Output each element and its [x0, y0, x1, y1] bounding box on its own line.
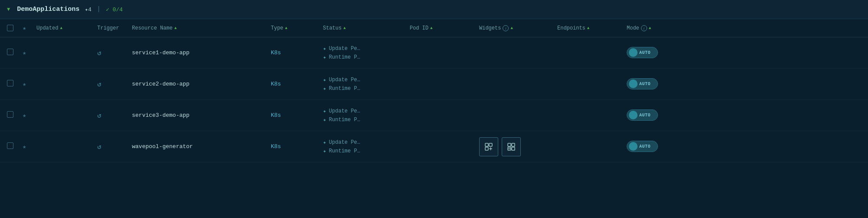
resource-name-sort-icon: ▲: [174, 26, 177, 30]
endpoints-sort-icon: ▲: [587, 26, 589, 30]
main-container: ▼ DemoApplications ✦4 | ✓ 0/4 ★ Updated …: [0, 0, 868, 162]
header-trigger: Trigger: [97, 25, 132, 31]
svg-rect-2: [485, 147, 488, 150]
row1-checkbox[interactable]: [7, 49, 13, 55]
widgets-info-icon[interactable]: i: [503, 25, 509, 31]
row1-type-text: K8s: [271, 50, 281, 56]
select-all-checkbox[interactable]: [7, 25, 13, 31]
row4-resource-name-text: wavepool-generator: [132, 143, 193, 150]
row3-star-icon[interactable]: ★: [23, 112, 26, 119]
svg-rect-3: [508, 143, 511, 146]
row2-mode-toggle[interactable]: AUTO: [627, 78, 658, 89]
header-type: Type ▲: [271, 25, 323, 31]
widget2-icon: [507, 142, 516, 151]
widgets-sort-button[interactable]: Widgets i ▲: [479, 25, 557, 31]
row4-status-text2: Runtime P…: [329, 148, 360, 154]
pod-id-sort-button[interactable]: Pod ID ▲: [410, 25, 479, 31]
row2-trigger-icon[interactable]: ↺: [97, 80, 102, 89]
row2-status-item2: ✦ Runtime P…: [323, 85, 410, 92]
row1-mode-toggle[interactable]: AUTO: [627, 47, 658, 58]
row4-type: K8s: [271, 143, 323, 150]
svg-rect-0: [485, 143, 488, 146]
group-title: DemoApplications: [17, 6, 79, 13]
row1-status-text2: Runtime P…: [329, 54, 360, 60]
row2-status-text1: Update Pe…: [329, 77, 360, 83]
star-sort-icon[interactable]: ★: [23, 24, 36, 32]
row3-toggle-label: AUTO: [639, 113, 651, 118]
row3-status: ✦ Update Pe… ✦ Runtime P…: [323, 108, 410, 123]
row3-spinner2: ✦: [323, 116, 326, 123]
row3-status-item1: ✦ Update Pe…: [323, 108, 410, 115]
table-row: ★ ↺ service3-demo-app K8s ✦ Update Pe… ✦…: [0, 100, 868, 131]
type-sort-icon: ▲: [285, 26, 287, 30]
header-resource-name: Resource Name ▲: [132, 25, 271, 31]
resource-name-label: Resource Name: [132, 25, 173, 31]
row4-widget-button2[interactable]: [502, 137, 521, 156]
mode-sort-button[interactable]: Mode i ▲: [627, 25, 687, 31]
row1-resource-name-text: service1-demo-app: [132, 50, 190, 56]
row1-trigger: ↺: [97, 49, 132, 57]
row4-status-item1: ✦ Update Pe…: [323, 139, 410, 146]
widgets-sort-icon: ▲: [510, 26, 513, 30]
row2-spinner1: ✦: [323, 76, 326, 83]
row4-checkbox-col: [7, 142, 23, 151]
mode-info-icon[interactable]: i: [641, 25, 647, 31]
row3-checkbox[interactable]: [7, 111, 13, 118]
resource-name-sort-button[interactable]: Resource Name ▲: [132, 25, 271, 31]
row3-trigger-icon[interactable]: ↺: [97, 111, 102, 120]
table-row: ★ ↺ wavepool-generator K8s ✦ Update Pe… …: [0, 131, 868, 162]
trigger-sort-button[interactable]: Trigger: [97, 25, 132, 31]
endpoints-sort-button[interactable]: Endpoints ▲: [557, 25, 627, 31]
row2-checkbox[interactable]: [7, 80, 13, 86]
updated-sort-button[interactable]: Updated ▲: [36, 25, 97, 31]
row1-toggle-knob: [629, 48, 638, 57]
row2-star-icon[interactable]: ★: [23, 81, 26, 88]
group-status: ✓ 0/4: [106, 6, 123, 13]
row1-trigger-icon[interactable]: ↺: [97, 49, 102, 57]
updated-label: Updated: [36, 25, 58, 31]
widgets-label: Widgets: [479, 25, 501, 31]
row4-widget-button1[interactable]: [479, 137, 498, 156]
row1-status-item2: ✦ Runtime P…: [323, 54, 410, 61]
row1-mode: AUTO: [627, 47, 687, 59]
row4-status-cell: ✦ Update Pe… ✦ Runtime P…: [323, 139, 410, 155]
row4-spinner1: ✦: [323, 139, 326, 146]
row1-status: ✦ Update Pe… ✦ Runtime P…: [323, 45, 410, 61]
row2-status-item1: ✦ Update Pe…: [323, 76, 410, 83]
table-row: ★ ↺ service2-demo-app K8s ✦ Update Pe… ✦…: [0, 69, 868, 100]
row4-trigger-icon[interactable]: ↺: [97, 142, 102, 151]
row2-toggle-knob: [629, 79, 638, 88]
updated-sort-icon: ▲: [60, 26, 62, 30]
svg-rect-6: [512, 147, 515, 150]
row2-checkbox-col: [7, 80, 23, 88]
status-sort-button[interactable]: Status ▲: [323, 25, 410, 31]
pod-id-sort-icon: ▲: [430, 26, 432, 30]
svg-rect-4: [512, 143, 515, 146]
row2-type: K8s: [271, 81, 323, 87]
row4-star-icon[interactable]: ★: [23, 143, 26, 150]
row4-resource-name: wavepool-generator: [132, 143, 271, 150]
endpoints-label: Endpoints: [557, 25, 585, 31]
row4-mode-toggle[interactable]: AUTO: [627, 141, 658, 152]
row3-status-text2: Runtime P…: [329, 117, 360, 123]
row4-mode: AUTO: [627, 141, 687, 152]
row3-trigger: ↺: [97, 111, 132, 120]
row3-toggle-knob: [629, 111, 638, 119]
row2-resource-name-text: service2-demo-app: [132, 81, 190, 87]
row1-toggle-label: AUTO: [639, 50, 651, 55]
collapse-icon[interactable]: ▼: [7, 7, 10, 13]
row1-type: K8s: [271, 50, 323, 56]
status-label: Status: [323, 25, 342, 31]
row3-mode-toggle[interactable]: AUTO: [627, 109, 658, 121]
row2-type-text: K8s: [271, 81, 281, 87]
row1-status-cell: ✦ Update Pe… ✦ Runtime P…: [323, 45, 410, 61]
row1-spinner2: ✦: [323, 54, 326, 61]
header-status: Status ▲: [323, 25, 410, 31]
header-updated: Updated ▲: [36, 25, 97, 31]
type-sort-button[interactable]: Type ▲: [271, 25, 323, 31]
row1-star-icon[interactable]: ★: [23, 50, 26, 56]
row1-star-col: ★: [23, 49, 36, 56]
row4-spinner2: ✦: [323, 148, 326, 155]
row4-checkbox[interactable]: [7, 142, 13, 149]
row3-resource-name-text: service3-demo-app: [132, 112, 190, 119]
